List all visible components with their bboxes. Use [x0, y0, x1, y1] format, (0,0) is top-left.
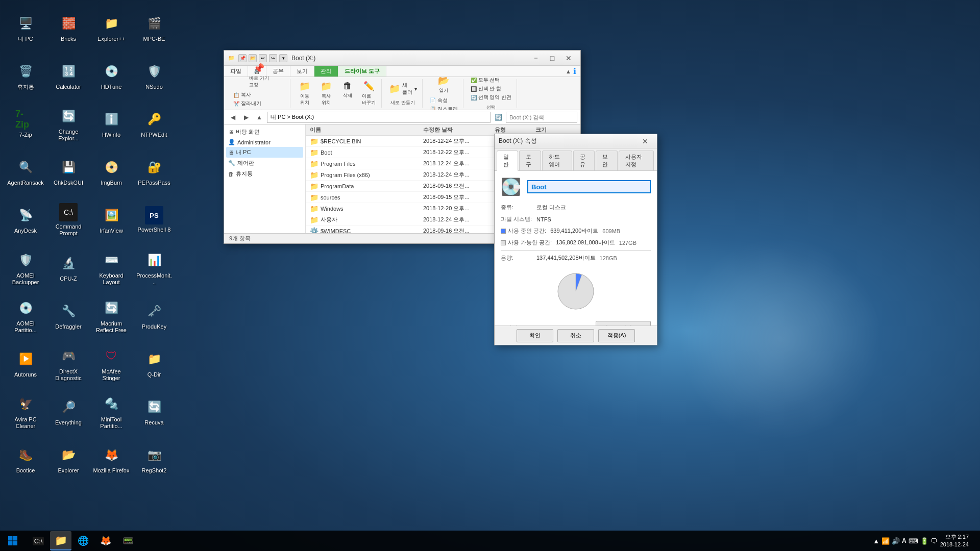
back-btn[interactable]: ◀ [227, 112, 238, 123]
desktop-icon-explorer[interactable]: 📂 Explorer [48, 437, 89, 483]
file-explorer-title-bar[interactable]: 📁 📌 📂 ↩ ↪ ▾ Boot (X:) － □ ✕ [224, 51, 580, 66]
ok-button[interactable]: 확인 [517, 329, 553, 342]
dialog-title-bar[interactable]: Boot (X:) 속성 ✕ [495, 134, 657, 148]
rename-btn[interactable]: ✏️ 이름바꾸기 [360, 80, 378, 107]
tab-general[interactable]: 일반 [497, 151, 518, 171]
desktop-icon-produkey[interactable]: 🗝️ ProduKey [134, 293, 175, 339]
desktop-icon-irfanview[interactable]: 🖼️ IrfanView [91, 197, 132, 243]
notification-chevron[interactable]: ▲ [873, 537, 879, 545]
desktop-icon-directx[interactable]: 🎮 DirectX Diagnostic [48, 341, 89, 387]
keyboard-icon[interactable]: ⌨ [909, 537, 918, 545]
taskbar-explorer-icon[interactable]: 📁 [50, 531, 71, 550]
desktop-icon-everything[interactable]: 🔎 Everything [48, 389, 89, 435]
undo-btn[interactable]: ↩ [259, 54, 267, 62]
desktop-icon-cpu-z[interactable]: 🔬 CPU-Z [48, 245, 89, 291]
desktop-icon-trashcan[interactable]: 🗑️ 휴지통 [5, 53, 46, 99]
desktop-icon-qdir[interactable]: 📁 Q-Dir [134, 341, 175, 387]
taskbar-ie-icon[interactable]: 🌐 [72, 531, 94, 550]
desktop-icon-agentransack[interactable]: 🔍 AgentRansack [5, 149, 46, 195]
apply-button[interactable]: 적용(A) [598, 329, 635, 342]
new-folder-btn[interactable]: 📁 새폴더 ▾ [387, 81, 419, 97]
select-all-btn[interactable]: ✅ 모두 선택 [469, 76, 514, 84]
sidebar-item-admin[interactable]: 👤 Administrator [226, 137, 303, 147]
up-btn[interactable]: ▲ [254, 112, 265, 123]
maximize-button[interactable]: □ [545, 53, 560, 64]
desktop-icon-ntpwedit[interactable]: 🔑 NTPWEdit [134, 101, 175, 147]
desktop-icon-defraggler[interactable]: 🔧 Defraggler [48, 293, 89, 339]
desktop-icon-macrium[interactable]: 🔄 Macrium Reflect Free [91, 293, 132, 339]
forward-btn[interactable]: ▶ [240, 112, 252, 123]
cancel-button[interactable]: 취소 [557, 329, 594, 342]
desktop-icon-aomei-back[interactable]: 🛡️ AOMEI Backupper [5, 245, 46, 291]
invert-sel-btn[interactable]: 🔄 선택 영역 반전 [469, 93, 514, 102]
desktop-icon-pepasspass[interactable]: 🔐 PEPassPass [134, 149, 175, 195]
desktop-icon-explorer-pp[interactable]: 📁 Explorer++ [91, 5, 132, 51]
cut-btn[interactable]: ✂️ 잘라내기 [231, 99, 287, 108]
tab-drive-tools[interactable]: 드라이브 도구 [338, 66, 386, 77]
address-path-bar[interactable]: 내 PC > Boot (X:) [267, 112, 491, 123]
ribbon-collapse-btn[interactable]: ▲ ℹ [561, 66, 580, 77]
start-button[interactable] [0, 531, 26, 551]
sidebar-item-desktop[interactable]: 🖥 바탕 화면 [226, 127, 303, 137]
customize-qat-btn[interactable]: ▾ [279, 54, 287, 62]
desktop-icon-mpc-be[interactable]: 🎬 MPC-BE [134, 5, 175, 51]
tab-management[interactable]: 관리 [314, 66, 338, 77]
desktop-icon-powershell[interactable]: PS PowerShell 8 [134, 197, 175, 243]
minimize-button[interactable]: － [528, 53, 544, 64]
show-desktop-btn[interactable] [972, 531, 975, 550]
sidebar-item-control-panel[interactable]: 🔧 제어판 [226, 158, 303, 168]
desktop-icon-my-pc[interactable]: 🖥️ 내 PC [5, 5, 46, 51]
taskbar-extra-icon[interactable]: 📟 [117, 531, 139, 550]
action-center-icon[interactable]: 🗨 [930, 537, 937, 545]
desktop-icon-hdtune[interactable]: 💿 HDTune [91, 53, 132, 99]
desktop-icon-7zip[interactable]: 7-Zip 7-Zip [5, 101, 46, 147]
refresh-btn[interactable]: 🔄 [493, 112, 504, 123]
desktop-icon-change-explorer[interactable]: 🔄 Change Explor... [48, 101, 89, 147]
desktop-icon-processmoni[interactable]: 📊 ProcessMonit... [134, 245, 175, 291]
taskbar-cmd-icon[interactable]: C:\ [28, 531, 49, 550]
desktop-icon-avira[interactable]: 🦅 Avira PC Cleaner [5, 389, 46, 435]
select-none-btn[interactable]: 🔲 선택 안 함 [469, 85, 514, 93]
desktop-icon-chkdskgui[interactable]: 💾 ChkDskGUI [48, 149, 89, 195]
quick-access-btn[interactable]: 📌 [238, 54, 247, 62]
taskbar-firefox-icon[interactable]: 🦊 [95, 531, 116, 550]
pin-to-quick-access-btn[interactable]: 📌 바로 가기고정 [247, 62, 271, 89]
desktop-icon-minitool[interactable]: 🔩 MiniTool Partitio... [91, 389, 132, 435]
desktop-icon-recuva[interactable]: 🔄 Recuva [134, 389, 175, 435]
desktop-icon-imgburn[interactable]: 📀 ImgBurn [91, 149, 132, 195]
tab-customize[interactable]: 사용자 지정 [619, 151, 654, 170]
desktop-icon-firefox[interactable]: 🦊 Mozilla Firefox [91, 437, 132, 483]
sidebar-item-recycle[interactable]: 🗑 휴지통 [226, 168, 303, 179]
tab-tools[interactable]: 도구 [519, 151, 541, 170]
desktop-icon-anydesk[interactable]: 📡 AnyDesk [5, 197, 46, 243]
tab-view[interactable]: 보기 [290, 66, 314, 77]
open-btn[interactable]: 📂 [249, 54, 257, 62]
desktop-icon-autoruns[interactable]: ▶️ Autoruns [5, 341, 46, 387]
drive-name-input[interactable] [527, 180, 651, 193]
volume-icon[interactable]: 🔊 [892, 537, 900, 545]
close-button[interactable]: ✕ [561, 53, 576, 64]
desktop-icon-calculator[interactable]: 🔢 Calculator [48, 53, 89, 99]
tab-file[interactable]: 파일 [224, 66, 248, 77]
desktop-icon-hwinfo[interactable]: ℹ️ HWinfo [91, 101, 132, 147]
copy-to-btn[interactable]: 📁 복사위치 [317, 80, 335, 107]
desktop-icon-regshot[interactable]: 📷 RegShot2 [134, 437, 175, 483]
open-file-btn[interactable]: 📂 열기 [434, 74, 453, 95]
tab-hardware[interactable]: 하드웨어 [542, 151, 572, 170]
tab-security[interactable]: 보안 [596, 151, 617, 170]
sidebar-item-my-pc[interactable]: 🖥 내 PC [226, 147, 303, 158]
desktop-icon-nsudo[interactable]: 🛡️ NSudo [134, 53, 175, 99]
desktop-icon-aomei-parti[interactable]: 💿 AOMEI Partitio... [5, 293, 46, 339]
desktop-icon-bricks[interactable]: 🧱 Bricks [48, 5, 89, 51]
properties-btn[interactable]: 📄 속성 [428, 96, 460, 105]
desktop-icon-bootice[interactable]: 🥾 Bootice [5, 437, 46, 483]
copy-btn[interactable]: 📋 복사 [231, 91, 287, 99]
search-input[interactable] [506, 112, 577, 123]
delete-btn[interactable]: 🗑 삭제 [338, 80, 357, 107]
tab-sharing[interactable]: 공유 [573, 151, 595, 170]
dialog-close-button[interactable]: ✕ [638, 136, 653, 147]
taskbar-clock[interactable]: 오후 2:17 2018-12-24 [940, 533, 969, 549]
move-to-btn[interactable]: 📁 이동위치 [296, 80, 314, 107]
desktop-icon-keyboard-layout[interactable]: ⌨️ Keyboard Layout [91, 245, 132, 291]
input-method-icon[interactable]: A [902, 537, 906, 544]
